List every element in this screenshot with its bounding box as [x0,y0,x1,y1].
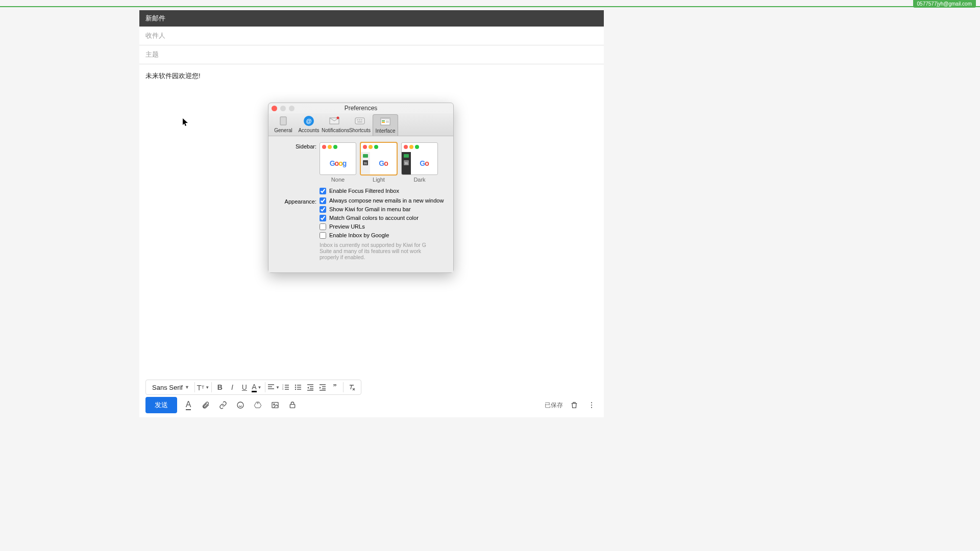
insert-link-icon[interactable] [217,399,229,411]
send-button[interactable]: 发送 [145,397,177,413]
check-match-colors[interactable]: Match Gmail colors to account color [320,215,444,221]
chevron-down-icon: ▼ [185,385,189,390]
accounts-icon: @ [303,115,315,127]
insert-emoji-icon[interactable] [234,399,247,411]
subject-field[interactable]: 主题 [139,45,604,64]
svg-rect-26 [382,122,385,123]
check-show-menu-bar[interactable]: Show Kiwi for Gmail in menu bar [320,206,444,213]
svg-text:31: 31 [405,162,408,165]
bold-button[interactable]: B [214,381,226,393]
notifications-icon [328,115,340,127]
svg-text:3: 3 [282,388,284,390]
check-focus-inbox[interactable]: Enable Focus Filtered Inbox [320,188,399,194]
preferences-dialog: Preferences General @ Accounts Notificat… [268,103,454,273]
prefs-tabs: General @ Accounts Notifications Shortcu… [268,113,453,136]
format-toolbar: Sans Serif ▼ TT▼ B I U A▼ ▼ 123 ” [145,380,361,395]
svg-rect-24 [381,118,390,119]
account-email-badge[interactable]: 0577577jyh@gmail.com [913,0,976,8]
insert-photo-icon[interactable] [269,399,281,411]
compose-title: 新邮件 [139,10,604,27]
underline-button[interactable]: U [238,381,251,393]
svg-rect-18 [355,118,364,124]
svg-rect-22 [357,121,362,122]
minimize-icon[interactable] [280,106,286,111]
font-name: Sans Serif [152,384,183,391]
svg-rect-13 [280,117,286,125]
sidebar-option-dark[interactable]: 31 Go Dark [401,142,438,183]
numbered-list-button[interactable]: 123 [280,381,292,393]
top-bar [0,0,980,7]
text-color-button[interactable]: A▼ [251,381,263,393]
calendar-icon: 31 [404,160,409,165]
window-controls [272,106,295,111]
maximize-icon[interactable] [289,106,295,111]
check-compose-new-window[interactable]: Always compose new emails in a new windo… [320,197,444,204]
sidebar-label: Sidebar: [276,142,320,183]
svg-point-4 [295,387,296,388]
font-size-button[interactable]: TT▼ [197,381,209,393]
svg-point-5 [295,389,296,390]
bulleted-list-button[interactable] [292,381,304,393]
tab-notifications[interactable]: Notifications [322,114,347,136]
shortcuts-icon [354,115,366,127]
italic-button[interactable]: I [226,381,238,393]
tab-shortcuts[interactable]: Shortcuts [347,114,373,136]
svg-point-10 [591,402,592,403]
confidential-mode-icon[interactable] [286,399,299,411]
indent-more-button[interactable] [316,381,329,393]
mouse-cursor-icon [183,118,189,127]
prefs-body: Sidebar: Goog None 31 [268,136,453,272]
align-button[interactable]: ▼ [267,381,280,393]
insert-drive-icon[interactable] [252,399,264,411]
inbox-help-text: Inbox is currently not supported by Kiwi… [320,242,432,260]
discard-draft-icon[interactable] [568,399,580,411]
svg-rect-20 [359,119,360,120]
svg-rect-9 [290,405,295,408]
clear-formatting-button[interactable] [346,381,358,393]
saved-status: 已保存 [545,401,563,410]
close-icon[interactable] [272,106,277,111]
svg-rect-25 [382,120,385,121]
svg-rect-19 [357,119,358,120]
sidebar-option-light[interactable]: 31 Go Light [360,142,397,183]
tab-interface[interactable]: Interface [373,114,398,136]
svg-point-12 [591,407,592,408]
svg-point-11 [591,405,592,406]
svg-text:31: 31 [364,162,368,165]
calendar-icon: 31 [363,160,368,165]
monitor-icon [404,154,409,158]
more-options-icon[interactable] [585,399,598,411]
svg-text:@: @ [306,118,312,124]
tab-general[interactable]: General [271,114,296,136]
svg-point-3 [295,385,296,386]
font-selector[interactable]: Sans Serif ▼ [149,384,192,391]
formatting-icon[interactable]: A [182,399,194,411]
svg-point-8 [274,404,275,405]
interface-icon [379,116,391,127]
quote-button[interactable]: ” [329,381,341,393]
sidebar-option-none[interactable]: Goog None [320,142,356,183]
general-icon [277,115,289,127]
tab-accounts[interactable]: @ Accounts [296,114,322,136]
svg-rect-31 [404,154,409,158]
svg-rect-27 [386,120,389,123]
attach-file-icon[interactable] [200,399,212,411]
svg-rect-28 [363,154,368,158]
svg-point-17 [337,117,339,119]
prefs-titlebar: Preferences [268,103,453,113]
check-preview-urls[interactable]: Preview URLs [320,223,444,230]
appearance-label: Appearance: [276,197,320,260]
compose-body[interactable]: 未来软件园欢迎您! [139,64,604,88]
recipients-field[interactable]: 收件人 [139,27,604,45]
svg-point-6 [237,402,243,408]
monitor-icon [363,154,368,158]
prefs-title: Preferences [268,105,453,112]
check-enable-inbox[interactable]: Enable Inbox by Google [320,232,444,239]
indent-less-button[interactable] [304,381,316,393]
svg-rect-21 [361,119,362,120]
compose-actions: 发送 A 已保存 [145,397,598,413]
